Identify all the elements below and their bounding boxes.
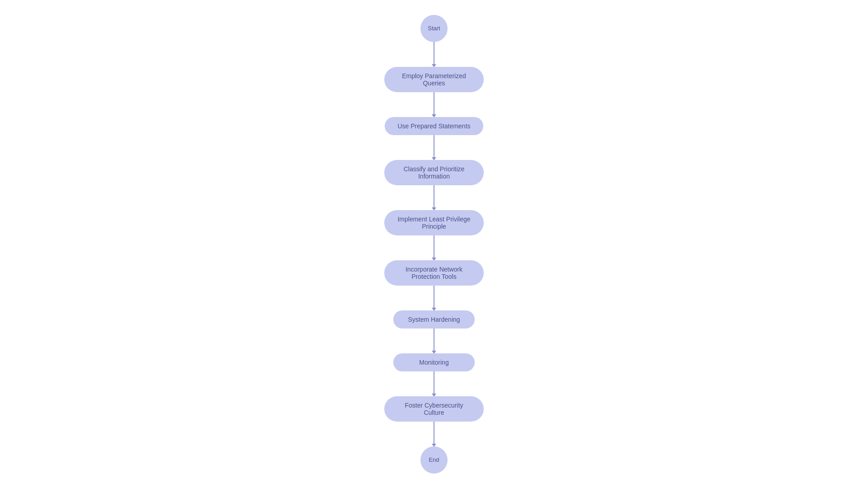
monitoring-node: Monitoring [393,353,475,371]
connector-3 [434,135,434,160]
connector-5 [434,235,434,260]
connector-9 [434,422,434,446]
end-node: End [420,446,448,474]
connector-7 [434,328,434,353]
use-prepared-node: Use Prepared Statements [385,117,483,135]
classify-prioritize-node: Classify and Prioritize Information [384,160,484,185]
connector-1 [434,42,434,67]
foster-culture-node: Foster Cybersecurity Culture [384,396,484,422]
employ-parameterized-node: Employ Parameterized Queries [384,67,484,92]
flowchart: Start Employ Parameterized Queries Use P… [384,15,484,474]
connector-2 [434,92,434,117]
implement-privilege-node: Implement Least Privilege Principle [384,210,484,235]
start-node: Start [420,15,448,42]
connector-6 [434,286,434,310]
connector-4 [434,185,434,210]
connector-8 [434,371,434,396]
system-hardening-node: System Hardening [393,310,475,328]
incorporate-network-node: Incorporate Network Protection Tools [384,260,484,286]
